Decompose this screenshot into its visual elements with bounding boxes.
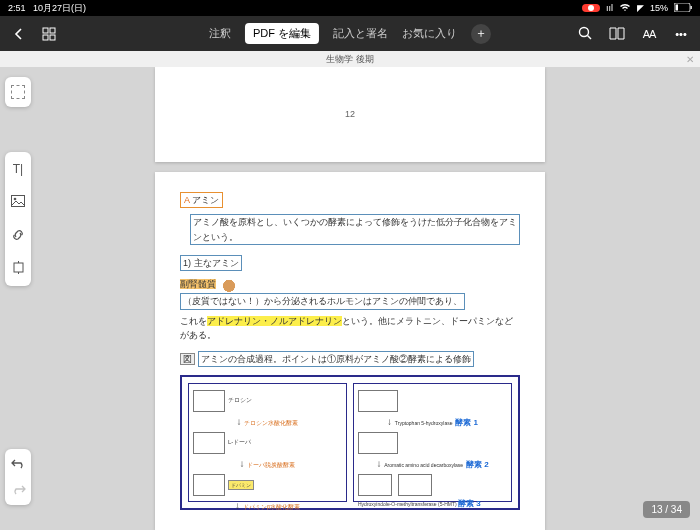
organ-highlight: 副腎髄質	[180, 279, 216, 289]
svg-rect-2	[691, 6, 692, 9]
hand-annotation-icon	[219, 275, 239, 293]
battery-pct: 15%	[650, 3, 668, 13]
svg-rect-4	[50, 28, 55, 33]
signal-icon: ııl	[606, 3, 613, 13]
svg-rect-11	[14, 263, 23, 272]
add-tab-button[interactable]: ＋	[471, 24, 491, 44]
selection-tool-rail	[5, 77, 31, 107]
svg-rect-3	[43, 28, 48, 33]
recording-indicator[interactable]	[582, 4, 600, 12]
text-size-button[interactable]: AA	[640, 25, 658, 43]
tab-annotate[interactable]: 注釈	[209, 26, 231, 41]
svg-rect-6	[50, 35, 55, 40]
pdf-viewport[interactable]: T| 12 A アミン アミノ酸を原料とし、いくつかの酵素によって修飾をうけた低…	[0, 67, 700, 530]
svg-point-7	[579, 28, 588, 37]
tab-favorites[interactable]: お気に入り	[402, 26, 457, 41]
synthesis-diagram: チロシン ↓ チロシン水酸化酵素 L-ドーパ ↓ ドーパ脱炭酸酵素 ドパミン ↓…	[180, 375, 520, 510]
link-tool[interactable]	[11, 228, 26, 243]
svg-rect-5	[43, 35, 48, 40]
svg-rect-1	[676, 4, 679, 10]
svg-rect-9	[12, 196, 25, 207]
pdf-page-prev[interactable]: 12	[155, 67, 545, 162]
wifi-icon	[619, 3, 631, 14]
status-bar: 2:51 10月27日(日) ııl ◤ 15%	[0, 0, 700, 16]
status-time: 2:51	[8, 3, 26, 13]
image-tool[interactable]	[11, 195, 26, 210]
organ-line: （皮質ではない！）から分泌されるホルモンはアミンの仲間であり、	[180, 293, 465, 309]
text-tool[interactable]: T|	[11, 162, 26, 177]
page-number: 12	[345, 109, 355, 119]
search-button[interactable]	[576, 25, 594, 43]
page-indicator[interactable]: 13 / 34	[643, 501, 690, 518]
reader-view-button[interactable]	[608, 25, 626, 43]
tab-fill-sign[interactable]: 記入と署名	[333, 26, 388, 41]
document-title: 生物学 後期	[326, 53, 374, 66]
toolbar-tabs: 注釈 PDF を編集 記入と署名 お気に入り ＋	[209, 23, 491, 44]
page-scroll[interactable]: 12 A アミン アミノ酸を原料とし、いくつかの酵素によって修飾をうけた低分子化…	[155, 67, 545, 530]
grid-view-button[interactable]	[40, 25, 58, 43]
status-date: 10月27日(日)	[33, 3, 86, 13]
location-icon: ◤	[637, 3, 644, 13]
undo-rail	[5, 449, 31, 505]
svg-line-8	[587, 36, 591, 40]
diagram-right-col: ↓ Tryptophan 5-hydroxylase 酵素 1 ↓ Aromat…	[353, 383, 512, 502]
app-toolbar: 注釈 PDF を編集 記入と署名 お気に入り ＋ AA •••	[0, 16, 700, 51]
rect-select-tool[interactable]	[11, 85, 25, 99]
close-document-button[interactable]: ✕	[686, 54, 694, 65]
line2-pre: これを	[180, 316, 207, 326]
section-marker: A アミン	[180, 192, 223, 208]
figure-caption: アミンの合成過程。ポイントは①原料がアミノ酸②酵素による修飾	[198, 351, 474, 367]
back-button[interactable]	[10, 25, 28, 43]
figure-label: 図	[180, 353, 195, 365]
svg-point-10	[14, 198, 17, 201]
tab-edit-pdf[interactable]: PDF を編集	[245, 23, 319, 44]
document-title-bar: 生物学 後期 ✕	[0, 51, 700, 67]
crop-tool[interactable]	[11, 261, 26, 276]
diagram-left-col: チロシン ↓ チロシン水酸化酵素 L-ドーパ ↓ ドーパ脱炭酸酵素 ドパミン ↓…	[188, 383, 347, 502]
pdf-page-current[interactable]: A アミン アミノ酸を原料とし、いくつかの酵素によって修飾をうけた低分子化合物を…	[155, 172, 545, 530]
hormones-highlight: アドレナリン・ノルアドレナリン	[207, 316, 342, 326]
more-button[interactable]: •••	[672, 25, 690, 43]
definition-text: アミノ酸を原料とし、いくつかの酵素によって修飾をうけた低分子化合物をアミンという…	[190, 214, 520, 245]
battery-icon	[674, 3, 692, 14]
redo-button[interactable]	[11, 481, 26, 499]
undo-button[interactable]	[11, 455, 26, 473]
side-tool-rail: T|	[5, 152, 31, 286]
subsection-label: 1) 主なアミン	[180, 255, 242, 271]
